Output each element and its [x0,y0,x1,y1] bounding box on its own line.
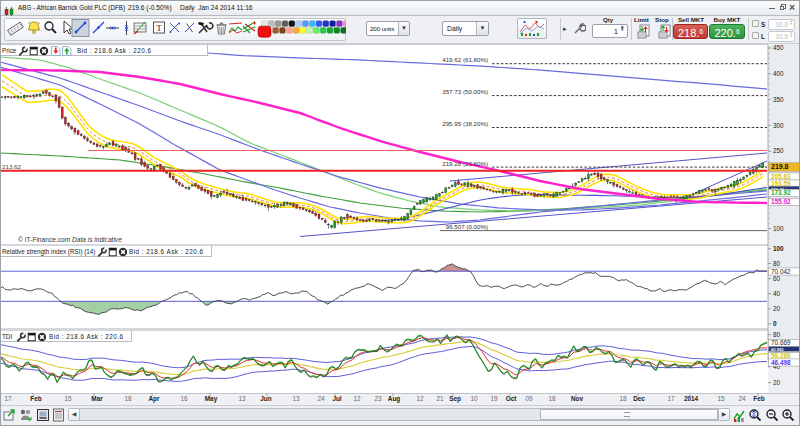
svg-text:Mar: Mar [91,395,103,402]
svg-text:450: 450 [773,45,784,51]
svg-text:15: 15 [717,395,725,402]
svg-text:350: 350 [773,96,784,103]
svg-text:21: 21 [436,395,444,402]
svg-text:Oct: Oct [506,395,518,402]
svg-text:Aug: Aug [388,395,401,403]
svg-text:96.507 (0.00%): 96.507 (0.00%) [446,223,488,230]
svg-text:0: 0 [773,320,777,327]
svg-text:219.28 (23.60%): 219.28 (23.60%) [442,160,488,167]
svg-text:173.92: 173.92 [771,189,791,196]
svg-text:17: 17 [4,395,12,402]
svg-text:12: 12 [416,395,424,402]
svg-text:24: 24 [317,395,325,402]
svg-text:70.669: 70.669 [771,339,791,346]
svg-text:13: 13 [238,395,246,402]
svg-text:250: 250 [773,147,784,154]
svg-text:46.498: 46.498 [771,359,791,366]
svg-text:18: 18 [619,395,627,402]
svg-text:19: 19 [490,395,498,402]
svg-text:Dec: Dec [633,395,645,402]
svg-text:Jul: Jul [332,395,341,402]
svg-text:23: 23 [374,395,382,402]
svg-text:100: 100 [773,225,784,232]
svg-text:Nov: Nov [571,395,584,402]
svg-text:70.042: 70.042 [771,268,791,275]
svg-text:357.73 (50.00%): 357.73 (50.00%) [442,88,488,95]
svg-text:18: 18 [548,395,556,402]
svg-text:213.62: 213.62 [2,163,21,170]
svg-text:2014: 2014 [684,395,699,402]
svg-text:80: 80 [773,260,781,267]
svg-text:17: 17 [667,395,675,402]
svg-text:Apr: Apr [148,395,160,403]
svg-text:13: 13 [292,395,300,402]
svg-text:Jun: Jun [260,395,271,402]
svg-text:400: 400 [773,70,784,77]
svg-text:40: 40 [773,290,781,297]
svg-text:193.59: 193.59 [771,180,791,187]
svg-text:10: 10 [470,395,478,402]
svg-text:Feb: Feb [753,395,764,402]
svg-text:295.95 (38.20%): 295.95 (38.20%) [442,120,488,127]
svg-text:May: May [205,395,218,403]
svg-text:T: T [156,23,162,33]
svg-text:419.62 (61.80%): 419.62 (61.80%) [442,56,488,63]
svg-text:12: 12 [353,395,361,402]
svg-text:Sep: Sep [449,395,461,403]
svg-text:155.92: 155.92 [771,198,791,205]
svg-text:24: 24 [738,395,746,402]
svg-text:20: 20 [773,305,781,312]
svg-text:09: 09 [525,395,533,402]
svg-text:219.8: 219.8 [771,163,789,170]
svg-text:205.83: 205.83 [771,173,791,180]
svg-text:20: 20 [773,379,781,386]
svg-text:© IT-Finance.com Data is indic: © IT-Finance.com Data is indicative [18,236,122,243]
svg-text:18: 18 [124,395,132,402]
svg-text:15: 15 [64,395,72,402]
svg-text:16: 16 [180,395,188,402]
svg-text:100: 100 [773,245,784,252]
svg-text:60: 60 [773,275,781,282]
svg-text:300: 300 [773,122,784,129]
svg-text:80: 80 [773,331,781,338]
svg-text:Feb: Feb [30,395,41,402]
